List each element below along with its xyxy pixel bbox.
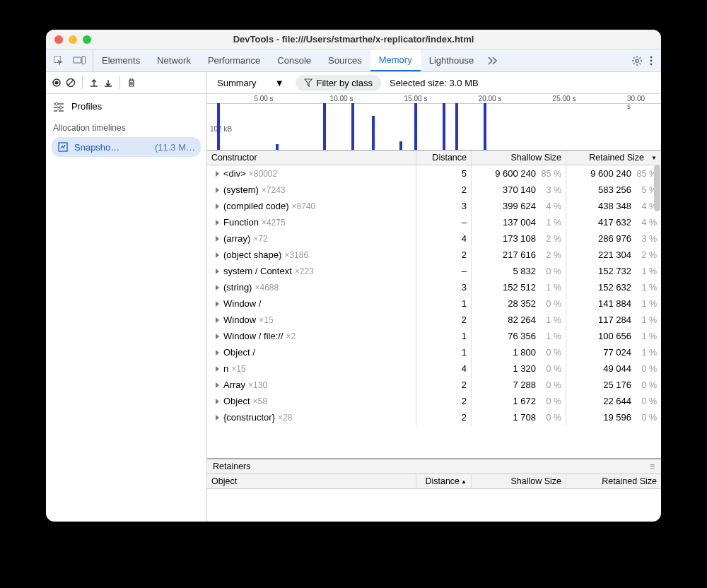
allocation-bar bbox=[276, 144, 279, 150]
allocation-bar bbox=[399, 141, 402, 150]
expand-icon[interactable] bbox=[216, 269, 219, 274]
shallow-pct: 2 % bbox=[540, 250, 561, 260]
retained-pct: 0 % bbox=[636, 413, 657, 423]
shallow-pct: 85 % bbox=[540, 169, 561, 179]
instance-count: ×15 bbox=[231, 364, 245, 374]
svg-line-8 bbox=[633, 57, 635, 59]
table-row[interactable]: Window ×15282 2641 %117 2841 % bbox=[207, 312, 661, 328]
inspect-icon[interactable] bbox=[53, 55, 64, 66]
shallow-cell: 1 708 bbox=[513, 412, 536, 423]
allocation-bar bbox=[217, 103, 220, 150]
class-filter[interactable]: Filter by class bbox=[296, 75, 381, 91]
retainers-menu-icon[interactable]: ≡ bbox=[650, 461, 655, 471]
table-row[interactable]: {constructor} ×2821 7080 %19 5960 % bbox=[207, 409, 661, 425]
instance-count: ×3186 bbox=[284, 250, 308, 260]
snapshot-item[interactable]: Snapsho… (11.3 M… bbox=[52, 137, 201, 157]
table-row[interactable]: Object /11 8000 %77 0241 % bbox=[207, 344, 661, 360]
retainers-header[interactable]: Object Distance Shallow Size Retained Si… bbox=[207, 474, 661, 489]
expand-icon[interactable] bbox=[216, 399, 219, 404]
shallow-cell: 5 832 bbox=[513, 266, 536, 276]
expand-icon[interactable] bbox=[216, 334, 219, 339]
tab-memory[interactable]: Memory bbox=[370, 49, 421, 71]
clear-icon[interactable] bbox=[66, 78, 76, 88]
table-row[interactable]: Array ×13027 2880 %25 1760 % bbox=[207, 377, 661, 393]
close-icon[interactable] bbox=[54, 35, 63, 44]
view-select[interactable]: Summary ▼ bbox=[214, 76, 287, 90]
retained-cell: 22 644 bbox=[603, 396, 631, 406]
table-row[interactable]: (array) ×724173 1082 %286 9763 % bbox=[207, 230, 661, 247]
table-row[interactable]: Window /128 3520 %141 8841 % bbox=[207, 295, 661, 312]
kebab-icon[interactable] bbox=[650, 56, 653, 66]
gear-icon[interactable] bbox=[631, 55, 643, 66]
svg-rect-2 bbox=[82, 56, 86, 64]
table-row[interactable]: Window / file:// ×2176 3561 %100 6561 % bbox=[207, 328, 661, 344]
shallow-pct: 1 % bbox=[540, 331, 561, 341]
tab-performance[interactable]: Performance bbox=[199, 49, 269, 71]
record-icon[interactable] bbox=[52, 78, 62, 88]
shallow-cell: 1 800 bbox=[513, 347, 536, 358]
table-row[interactable]: n ×1541 3200 %49 0440 % bbox=[207, 360, 661, 377]
table-row[interactable]: Object ×5821 6720 %22 6440 % bbox=[207, 393, 661, 409]
scrollbar-thumb[interactable] bbox=[654, 165, 660, 211]
allocation-bar bbox=[372, 116, 375, 150]
filter-icon bbox=[304, 78, 312, 87]
expand-icon[interactable] bbox=[216, 350, 219, 355]
expand-icon[interactable] bbox=[216, 382, 219, 388]
expand-icon[interactable] bbox=[216, 415, 219, 421]
tab-lighthouse[interactable]: Lighthouse bbox=[421, 49, 483, 71]
distance-cell: – bbox=[416, 263, 472, 279]
distance-cell: 4 bbox=[416, 230, 472, 247]
constructor-name: Window / file:// bbox=[223, 331, 284, 341]
expand-icon[interactable] bbox=[216, 187, 219, 193]
table-row[interactable]: system / Context ×223–5 8320 %152 7321 % bbox=[207, 263, 661, 279]
retained-pct: 1 % bbox=[636, 315, 657, 325]
expand-icon[interactable] bbox=[216, 171, 219, 177]
expand-icon[interactable] bbox=[216, 317, 219, 323]
table-row[interactable]: (object shape) ×31862217 6162 %221 3042 … bbox=[207, 247, 661, 263]
table-row[interactable]: Function ×4275–137 0041 %417 6324 % bbox=[207, 214, 661, 230]
expand-icon[interactable] bbox=[216, 301, 219, 307]
tab-sources[interactable]: Sources bbox=[320, 49, 370, 71]
zoom-icon[interactable] bbox=[83, 35, 91, 44]
instance-count: ×80002 bbox=[249, 169, 277, 179]
grid-header[interactable]: Constructor Distance Shallow Size Retain… bbox=[207, 151, 661, 165]
expand-icon[interactable] bbox=[216, 220, 219, 225]
shallow-pct: 0 % bbox=[540, 380, 561, 390]
table-row[interactable]: (string) ×46883152 5121 %152 6321 % bbox=[207, 279, 661, 295]
upload-icon[interactable] bbox=[89, 78, 99, 88]
tab-elements[interactable]: Elements bbox=[93, 49, 148, 71]
instance-count: ×58 bbox=[253, 396, 267, 406]
instance-count: ×8740 bbox=[292, 201, 316, 211]
table-row[interactable]: <div> ×8000259 600 24085 %9 600 24085 % bbox=[207, 165, 661, 182]
expand-icon[interactable] bbox=[216, 236, 219, 242]
table-row[interactable]: (system) ×72432370 1403 %583 2565 % bbox=[207, 182, 661, 198]
table-row[interactable]: (compiled code) ×87403399 6244 %438 3484… bbox=[207, 198, 661, 214]
constructor-name: n bbox=[223, 363, 228, 374]
expand-icon[interactable] bbox=[216, 366, 219, 372]
selected-size-label: Selected size: 3.0 MB bbox=[390, 78, 479, 88]
constructor-name: Object bbox=[223, 396, 250, 406]
constructor-name: (compiled code) bbox=[223, 201, 289, 211]
instance-count: ×4275 bbox=[262, 218, 286, 228]
allocation-timeline[interactable]: 5.00 s10.00 s15.00 s20.00 s25.00 s30.00 … bbox=[207, 94, 661, 151]
expand-icon[interactable] bbox=[216, 204, 219, 209]
profiles-header[interactable]: Profiles bbox=[46, 94, 206, 119]
instance-count: ×4688 bbox=[255, 283, 279, 293]
retained-pct: 1 % bbox=[636, 283, 657, 293]
trash-icon[interactable] bbox=[127, 78, 136, 88]
overflow-icon[interactable] bbox=[482, 57, 503, 65]
download-icon[interactable] bbox=[103, 78, 113, 88]
device-icon[interactable] bbox=[73, 56, 86, 66]
tab-console[interactable]: Console bbox=[269, 49, 320, 71]
col-distance: Distance bbox=[416, 151, 472, 165]
tab-network[interactable]: Network bbox=[148, 49, 199, 71]
expand-icon[interactable] bbox=[216, 285, 219, 290]
distance-cell: 4 bbox=[416, 360, 472, 377]
svg-line-10 bbox=[633, 63, 635, 64]
traffic-lights bbox=[46, 35, 91, 44]
expand-icon[interactable] bbox=[216, 252, 219, 258]
minimize-icon[interactable] bbox=[69, 35, 77, 44]
retained-cell: 25 176 bbox=[603, 380, 631, 390]
sidebar-toolbar bbox=[46, 72, 206, 94]
distance-cell: 1 bbox=[416, 295, 472, 312]
